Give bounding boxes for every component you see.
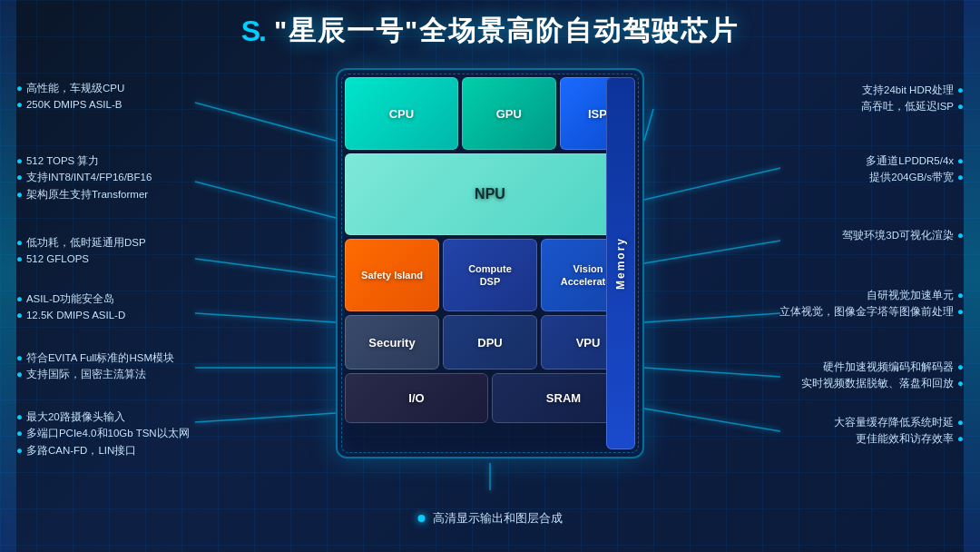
block-security: Security (345, 315, 439, 370)
page-title: "星辰一号"全场景高阶自动驾驶芯片 (274, 13, 739, 50)
ann-dsp: ●低功耗，低时延通用DSP ●512 GFLOPS (16, 234, 207, 268)
svg-line-5 (195, 413, 336, 422)
ann-hsm: ●符合EVITA Full标准的HSM模块 ●支持国际，国密主流算法 (16, 350, 225, 383)
ann-io: ●最大20路摄像头输入 ●多端口PCIe4.0和10Gb TSN以太网 ●多路C… (16, 409, 234, 458)
side-glow-right (964, 0, 980, 552)
ann-3d-right: 驾驶环境3D可视化渲染● (764, 227, 964, 243)
chip-diagram: CPU GPU ISP NPU Safety Island (336, 68, 644, 458)
svg-line-0 (195, 103, 336, 141)
ann-mem-right: 多通道LPDDR5/4x● 提供204GB/s带宽● (764, 153, 964, 186)
ann-vision-right: 自研视觉加速单元● 立体视觉，图像金字塔等图像前处理● (755, 287, 964, 320)
block-npu: NPU (345, 153, 635, 235)
ann-safety: ●ASIL-D功能安全岛 ●12.5K DMIPS ASIL-D (16, 291, 207, 324)
svg-line-11 (644, 409, 780, 431)
svg-line-9 (644, 313, 780, 322)
ann-cpu: ●高性能，车规级CPU ●250K DMIPS ASIL-B (16, 80, 193, 113)
ann-npu: ●512 TOPS 算力 ●支持INT8/INT4/FP16/BF16 ●架构原… (16, 153, 207, 202)
block-safety-island: Safety Island (345, 239, 439, 311)
ann-isp-right: 支持24bit HDR处理● 高吞吐，低延迟ISP● (764, 82, 964, 115)
chip-outer: CPU GPU ISP NPU Safety Island (336, 68, 644, 458)
block-compute-dsp: ComputeDSP (443, 239, 537, 311)
svg-line-7 (644, 168, 780, 200)
block-dpu: DPU (443, 315, 537, 370)
block-memory: Memory (606, 77, 635, 449)
svg-line-8 (644, 241, 780, 263)
block-gpu: GPU (462, 77, 556, 150)
title-bar: S. "星辰一号"全场景高阶自动驾驶芯片 (241, 13, 740, 50)
side-glow-left (0, 0, 16, 552)
svg-line-3 (195, 313, 336, 322)
svg-line-10 (644, 368, 780, 377)
bottom-note-text: 高清显示输出和图层合成 (433, 510, 563, 527)
chip-inner: CPU GPU ISP NPU Safety Island (345, 77, 635, 449)
svg-line-1 (195, 182, 336, 218)
block-cpu: CPU (345, 77, 458, 150)
bottom-note: 高清显示输出和图层合成 (418, 510, 563, 527)
ann-video-right: 硬件加速视频编码和解码器● 实时视频数据脱敏、落盘和回放● (750, 359, 964, 392)
logo-symbol: S. (241, 15, 265, 48)
ann-sram-right: 大容量缓存降低系统时延● 更佳能效和访存效率● (755, 414, 964, 448)
bottom-dot (418, 515, 426, 522)
svg-line-2 (195, 259, 336, 277)
svg-line-6 (644, 109, 653, 141)
block-io: I/O (345, 373, 488, 423)
